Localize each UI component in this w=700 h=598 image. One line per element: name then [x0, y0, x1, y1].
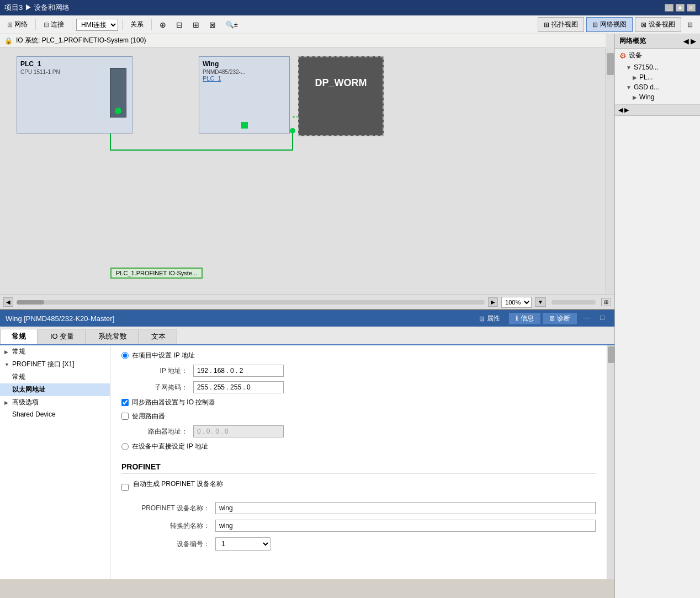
scroll-track-h[interactable]: [17, 300, 485, 305]
properties-icon: ⊟: [479, 315, 485, 323]
topology-icon: ⊞: [544, 21, 549, 29]
info-icon: ℹ: [516, 314, 518, 322]
profinet-section: PROFINET 自动生成 PROFINET 设备名称 PROFINET 设备名…: [121, 462, 596, 551]
io-system-bar: 🔒 IO 系统: PLC_1.PROFINETIO-System (100): [0, 34, 606, 47]
restore-button[interactable]: ■: [676, 4, 685, 12]
device-section-label: 设备: [629, 51, 642, 60]
ptab-text[interactable]: 文本: [140, 329, 177, 344]
zoom-button[interactable]: 🔍±: [222, 19, 242, 30]
bottom-header: Wing [PNMD485/232-K20-Master] ⊟ 属性 ℹ 信息 …: [0, 310, 614, 327]
dp-device-box[interactable]: DP_WORM: [298, 56, 384, 136]
converted-name-input[interactable]: [215, 520, 596, 532]
plc-status-dot: [115, 108, 121, 114]
ptab-general[interactable]: 常规: [0, 329, 38, 344]
tool-btn-2[interactable]: ⊟: [172, 19, 187, 31]
plc-device-box[interactable]: PLC_1 CPU 1511-1 PN: [17, 56, 132, 134]
io-system-text: IO 系统: PLC_1.PROFINETIO-System (100): [16, 36, 146, 45]
panel-item-s7150[interactable]: ▼ S7150...: [619, 62, 696, 72]
panel-item-gsd[interactable]: ▼ GSD d...: [619, 82, 696, 92]
lock-icon: 🔒: [4, 37, 13, 45]
device-number-select[interactable]: 1: [215, 537, 271, 551]
tree-item-general2[interactable]: 常规: [0, 371, 110, 383]
wing-type: PNMD485/232-...: [203, 69, 286, 75]
ptab-io[interactable]: IO 变量: [39, 329, 86, 344]
set-in-project-label: 在项目中设置 IP 地址: [132, 351, 195, 360]
panel-nav-arrows: ◀ ▶: [683, 38, 696, 45]
zoom-slider[interactable]: [551, 300, 596, 305]
topology-view-tab[interactable]: ⊞ 拓扑视图: [538, 17, 584, 32]
network-button[interactable]: ⊞ 网络: [3, 18, 31, 31]
tab-info[interactable]: ℹ 信息: [508, 312, 541, 325]
bottom-maximize[interactable]: □: [596, 312, 609, 325]
tree-item-general[interactable]: ▶ 常规: [0, 345, 110, 358]
bottom-minimize[interactable]: —: [579, 312, 595, 325]
subnet-mask-input[interactable]: [193, 381, 284, 393]
connect-button[interactable]: ⊟ 连接: [40, 18, 68, 31]
dp-name: DP_WORM: [303, 77, 379, 89]
wing-name: Wing: [203, 60, 286, 68]
device-number-label: 设备编号：: [121, 540, 210, 549]
device-name-input[interactable]: [215, 502, 596, 514]
arrow-pl: ▶: [633, 74, 637, 81]
tool-btn-4[interactable]: ⊠: [205, 19, 220, 31]
scroll-right-arrow[interactable]: ▶: [488, 297, 498, 307]
panel-toggle[interactable]: ⊟: [683, 19, 697, 30]
panel-item-wing[interactable]: ▶ Wing: [619, 92, 696, 102]
property-tab-buttons: ⊟ 属性 ℹ 信息 ⊠ 诊断 — □: [472, 312, 609, 325]
tree-item-ethernet[interactable]: 以太网地址: [0, 383, 110, 396]
wing-device-box[interactable]: Wing PNMD485/232-... PLC_1: [199, 56, 290, 134]
bottom-title: Wing [PNMD485/232-K20-Master]: [6, 314, 114, 323]
panel-right-arrow[interactable]: ▶: [691, 38, 696, 45]
device-view-tab[interactable]: ⊠ 设备视图: [635, 17, 681, 32]
minimize-button[interactable]: _: [665, 4, 674, 12]
close-button[interactable]: ✕: [687, 4, 696, 12]
ptab-sysconst[interactable]: 系统常数: [87, 329, 139, 344]
tool-btn-1[interactable]: ⊕: [156, 19, 170, 31]
panel-item-pl[interactable]: ▶ PL...: [619, 72, 696, 82]
fit-button[interactable]: ⊞: [601, 298, 611, 306]
zoom-dropdown-arrow[interactable]: ▼: [535, 297, 546, 307]
ip-settings-section: 在项目中设置 IP 地址 IP 地址： 子网掩码： 同步路由器设: [121, 351, 596, 451]
scroll-left-arrow[interactable]: ◀: [3, 297, 13, 307]
plc-name: PLC_1: [20, 60, 129, 68]
relations-button[interactable]: 关系: [126, 18, 147, 31]
tree-item-profinet[interactable]: ▼ PROFINET 接口 [X1]: [0, 358, 110, 371]
panel-left-arrow[interactable]: ◀: [683, 38, 688, 45]
use-router-checkbox[interactable]: [121, 413, 129, 420]
router-address-row: 路由器地址：: [121, 425, 596, 437]
tree-item-advanced[interactable]: ▶ 高级选项: [0, 396, 110, 409]
arrow-wing: ▶: [633, 94, 637, 100]
set-in-device-label: 在设备中直接设定 IP 地址: [132, 442, 208, 451]
ip-address-input[interactable]: [193, 365, 284, 377]
profinet-section-title: PROFINET: [121, 462, 596, 474]
tree-arrow-general: ▶: [4, 349, 10, 355]
ip-address-label: IP 地址：: [121, 366, 188, 376]
plc-body: [110, 68, 126, 118]
right-panel-bottom-arrows: ◀ ▶: [618, 106, 629, 114]
use-router-row: 使用路由器: [121, 412, 596, 421]
right-panel-bottom-header: ◀ ▶: [615, 105, 700, 116]
set-in-device-radio[interactable]: [121, 443, 129, 450]
set-in-project-radio[interactable]: [121, 352, 129, 359]
hmi-connect-select[interactable]: HMI连接: [76, 19, 118, 31]
auto-gen-checkbox[interactable]: [121, 484, 129, 491]
network-view-tab[interactable]: ⊟ 网络视图: [586, 17, 633, 32]
right-panel-bottom: ◀ ▶: [615, 104, 700, 598]
use-router-label: 使用路由器: [132, 412, 165, 421]
canvas-bottom-nav: ◀ ▶ 100% ▼ ⊞: [0, 295, 614, 309]
scroll-thumb-h[interactable]: [17, 300, 44, 305]
tree-item-shared[interactable]: Shared Device: [0, 409, 110, 420]
breadcrumb: 项目3 ▶ 设备和网络: [4, 3, 70, 13]
zoom-select[interactable]: 100%: [501, 297, 532, 308]
tab-properties[interactable]: ⊟ 属性: [472, 312, 507, 325]
subnet-mask-row: 子网掩码：: [121, 381, 596, 393]
device-number-row: 设备编号： 1: [121, 537, 596, 551]
tab-diagnose[interactable]: ⊠ 诊断: [542, 312, 577, 325]
wing-plc-link[interactable]: PLC_1: [203, 75, 286, 82]
tool-btn-3[interactable]: ⊞: [189, 19, 203, 31]
sync-router-checkbox[interactable]: [121, 399, 129, 406]
device-icon: ⊠: [641, 21, 646, 29]
router-address-input[interactable]: [193, 425, 284, 437]
window-controls[interactable]: _ ■ ✕: [665, 4, 696, 12]
router-address-label: 路由器地址：: [121, 427, 188, 436]
